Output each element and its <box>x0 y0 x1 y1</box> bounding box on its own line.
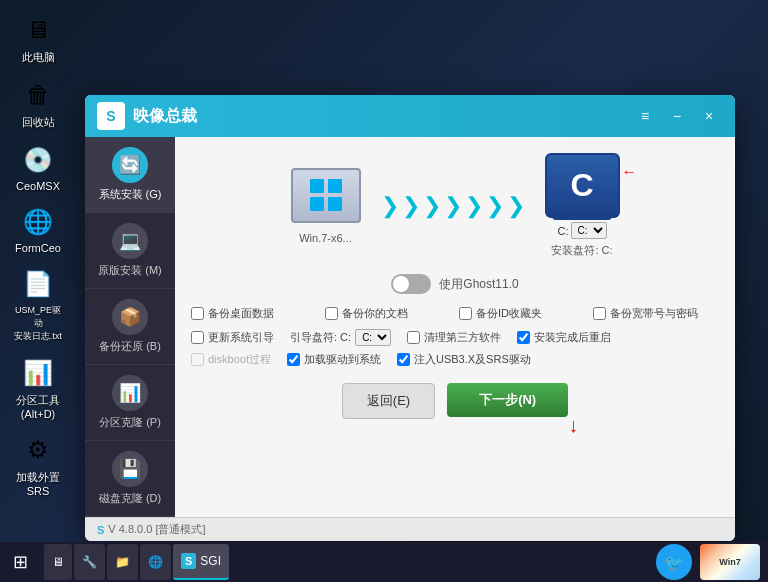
option-restart-after: 安装完成后重启 <box>517 330 611 345</box>
option-clean-third: 清理第三方软件 <box>407 330 501 345</box>
target-drive-icon: C <box>545 153 620 218</box>
checkbox-inject-usb[interactable] <box>397 353 410 366</box>
checkbox-backup-network[interactable] <box>593 307 606 320</box>
arrow-3: ❯ <box>423 193 441 219</box>
app-logo: S <box>97 102 125 130</box>
label-update-boot: 更新系统引导 <box>208 330 274 345</box>
taskbar-icon-2[interactable]: 🔧 <box>74 544 105 580</box>
arrow-4: ❯ <box>444 193 462 219</box>
svg-rect-3 <box>328 197 342 211</box>
label-backup-desktop: 备份桌面数据 <box>208 306 274 321</box>
taskbar-icon-3[interactable]: 📁 <box>107 544 138 580</box>
sidebar-item-original-install[interactable]: 💻 原版安装 (M) <box>85 213 175 289</box>
drive-selector-label: C: <box>558 225 569 237</box>
start-button[interactable]: ⊞ <box>0 542 40 582</box>
sidebar-item-disk-clone[interactable]: 💾 磁盘克隆 (D) <box>85 441 175 517</box>
option-update-boot: 更新系统引导 <box>191 330 274 345</box>
sidebar-item-system-install[interactable]: 🔄 系统安装 (G) <box>85 137 175 213</box>
desktop-icon-ceo[interactable]: 💿 CeoMSX <box>8 138 68 196</box>
option-inject-usb: 注入USB3.X及SRS驱动 <box>397 352 531 367</box>
target-drive-label: 安装盘符: C: <box>551 243 612 258</box>
next-red-arrow: ↓ <box>568 414 578 437</box>
checkbox-clean-third[interactable] <box>407 331 420 344</box>
ghost-toggle[interactable] <box>391 274 431 294</box>
desktop-icon-form[interactable]: 🌐 FormCeo <box>8 200 68 258</box>
my-computer-label: 此电脑 <box>22 50 55 65</box>
option-backup-network: 备份宽带号与密码 <box>593 306 719 321</box>
label-backup-network: 备份宽带号与密码 <box>610 306 698 321</box>
version-bar: S V 4.8.0.0 [普通模式] <box>85 517 735 541</box>
source-drive-icon <box>291 168 361 228</box>
arrow-1: ❯ <box>381 193 399 219</box>
desktop-icon-srs[interactable]: ⚙ 加载外置SRS <box>8 428 68 501</box>
partition-clone-icon: 📊 <box>112 375 148 411</box>
source-drive-body <box>291 168 361 223</box>
main-content: Win.7-x6... ❯ ❯ ❯ ❯ ❯ ❯ ❯ C <box>175 137 735 517</box>
sidebar-item-partition-clone[interactable]: 📊 分区克隆 (P) <box>85 365 175 441</box>
desktop-icon-partition[interactable]: 📊 分区工具 (Alt+D) <box>8 351 68 424</box>
win7-logo[interactable]: Win7 <box>700 544 760 580</box>
label-inject-usb: 注入USB3.X及SRS驱动 <box>414 352 531 367</box>
partition-clone-label: 分区克隆 (P) <box>99 415 161 430</box>
taskbar-sgi-icon: S <box>181 553 196 569</box>
label-diskboot: diskboot过程 <box>208 352 271 367</box>
version-logo: S <box>97 524 104 536</box>
partition-icon: 📊 <box>20 355 56 391</box>
checkbox-backup-docs[interactable] <box>325 307 338 320</box>
minimize-button[interactable]: − <box>663 104 691 128</box>
taskbar-icon-1-img: 🖥 <box>52 555 64 569</box>
taskbar-icon-4[interactable]: 🌐 <box>140 544 171 580</box>
checkboxes-row3: diskboot过程 加载驱动到系统 注入USB3.X及SRS驱动 <box>191 352 719 367</box>
form-label: FormCeo <box>15 242 61 254</box>
target-drive: C C: C: ← 安装盘符: C: <box>545 153 620 258</box>
back-button[interactable]: 返回(E) <box>342 383 435 419</box>
drive-selector[interactable]: C: C: ← <box>558 222 607 239</box>
system-install-icon: 🔄 <box>112 147 148 183</box>
desktop-icon-my-computer[interactable]: 🖥 此电脑 <box>8 8 68 69</box>
sidebar-item-backup[interactable]: 📦 备份还原 (B) <box>85 289 175 365</box>
start-icon: ⊞ <box>13 551 28 573</box>
arrows-container: ❯ ❯ ❯ ❯ ❯ ❯ ❯ <box>381 193 525 219</box>
ghost-label: 使用Ghost11.0 <box>439 276 518 293</box>
source-drive-label: Win.7-x6... <box>299 232 352 244</box>
win7-text: Win7 <box>719 557 740 567</box>
desktop-icon-recycle[interactable]: 🗑 回收站 <box>8 73 68 134</box>
label-restart-after: 安装完成后重启 <box>534 330 611 345</box>
option-backup-fav: 备份ID收藏夹 <box>459 306 585 321</box>
checkbox-update-boot[interactable] <box>191 331 204 344</box>
option-boot-symbol: 引导盘符: C: C: <box>290 329 391 346</box>
backup-icon: 📦 <box>112 299 148 335</box>
checkboxes-row2: 更新系统引导 引导盘符: C: C: 清理第三方软件 安装完成后 <box>191 329 719 346</box>
recycle-label: 回收站 <box>22 115 55 130</box>
svg-rect-0 <box>310 179 324 193</box>
checkbox-backup-desktop[interactable] <box>191 307 204 320</box>
original-install-icon: 💻 <box>112 223 148 259</box>
boot-symbol-select[interactable]: C: <box>355 329 391 346</box>
arrow-7: ❯ <box>507 193 525 219</box>
arrow-2: ❯ <box>402 193 420 219</box>
action-buttons: 返回(E) 下一步(N) ↓ <box>191 383 719 419</box>
twitter-icon[interactable]: 🐦 <box>656 544 692 580</box>
next-button[interactable]: 下一步(N) <box>447 383 568 417</box>
checkbox-restart-after[interactable] <box>517 331 530 344</box>
ceo-icon: 💿 <box>20 142 56 178</box>
partition-label: 分区工具 (Alt+D) <box>12 393 64 420</box>
desktop-icons: 🖥 此电脑 🗑 回收站 💿 CeoMSX 🌐 FormCeo 📄 USM_PE驱… <box>8 8 68 501</box>
taskbar-sgi-item[interactable]: S SGI <box>173 544 229 580</box>
checkbox-add-driver[interactable] <box>287 353 300 366</box>
label-boot-symbol: 引导盘符: C: <box>290 330 351 345</box>
drive-select[interactable]: C: <box>571 222 607 239</box>
arrow-6: ❯ <box>486 193 504 219</box>
srs-icon: ⚙ <box>20 432 56 468</box>
taskbar-icon-3-img: 📁 <box>115 555 130 569</box>
close-button[interactable]: × <box>695 104 723 128</box>
desktop-icon-usm[interactable]: 📄 USM_PE驱动安装日志.txt <box>8 262 68 347</box>
label-clean-third: 清理第三方软件 <box>424 330 501 345</box>
sidebar: 🔄 系统安装 (G) 💻 原版安装 (M) 📦 备份还原 (B) 📊 分区克隆 … <box>85 137 175 517</box>
checkbox-backup-fav[interactable] <box>459 307 472 320</box>
menu-button[interactable]: ≡ <box>631 104 659 128</box>
ceo-label: CeoMSX <box>16 180 60 192</box>
disk-clone-icon: 💾 <box>112 451 148 487</box>
taskbar-icon-1[interactable]: 🖥 <box>44 544 72 580</box>
checkbox-diskboot[interactable] <box>191 353 204 366</box>
